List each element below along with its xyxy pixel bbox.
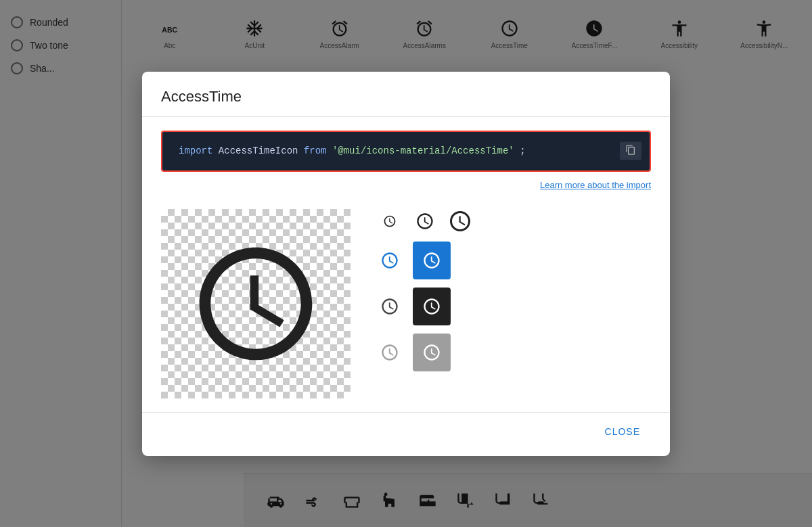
variant-blue-button[interactable] <box>413 242 451 279</box>
copy-icon <box>625 145 636 156</box>
variant-gray-button[interactable] <box>413 334 451 371</box>
size-variants-row <box>378 209 651 233</box>
color-outline-row <box>378 242 651 279</box>
modal-overlay[interactable]: AccessTime import AccessTimeIcon from '@… <box>0 0 812 527</box>
code-block: import AccessTimeIcon from '@mui/icons-m… <box>162 132 650 170</box>
variant-small <box>378 209 402 233</box>
modal-header: AccessTime <box>142 72 670 117</box>
dark-outline-icon <box>380 297 399 316</box>
variant-large <box>448 209 472 233</box>
icon-class-name: AccessTimeIcon <box>219 145 298 156</box>
modal-body <box>142 198 670 412</box>
gray-row <box>378 334 651 371</box>
gray-outline-icon <box>380 343 399 362</box>
keyword-import: import <box>179 145 212 156</box>
icon-variants <box>378 209 651 398</box>
variant-small-icon <box>383 214 397 228</box>
variant-gray-btn-icon <box>422 343 441 362</box>
variant-large-icon <box>448 209 472 233</box>
import-path: '@mui/icons-material/AccessTime' <box>332 145 514 156</box>
semicolon: ; <box>520 145 525 156</box>
variant-black-button[interactable] <box>413 288 451 325</box>
variant-blue-btn-icon <box>422 251 441 270</box>
modal-dialog: AccessTime import AccessTimeIcon from '@… <box>142 72 670 456</box>
code-block-wrapper: import AccessTimeIcon from '@mui/icons-m… <box>161 131 651 172</box>
variant-dark-outline <box>378 294 402 319</box>
keyword-from: from <box>304 145 327 156</box>
copy-code-button[interactable] <box>620 142 641 160</box>
icon-large-preview <box>161 209 351 398</box>
variant-blue-outline <box>378 248 402 273</box>
access-time-large-icon <box>188 236 323 371</box>
modal-footer: CLOSE <box>142 412 670 456</box>
variant-medium-icon <box>415 212 434 231</box>
dark-row <box>378 288 651 325</box>
variant-gray-outline <box>378 340 402 365</box>
blue-outline-icon <box>380 251 399 270</box>
learn-more-link[interactable]: Learn more about the import <box>161 180 651 190</box>
modal-title: AccessTime <box>161 88 651 106</box>
variant-black-btn-icon <box>422 297 441 316</box>
close-button[interactable]: CLOSE <box>594 421 651 442</box>
variant-medium <box>413 209 437 233</box>
